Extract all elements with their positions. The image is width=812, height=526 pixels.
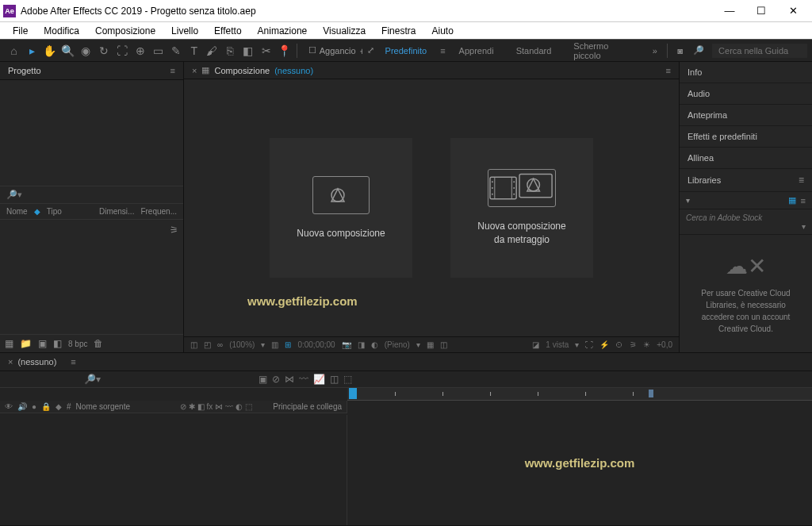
res-dd-icon[interactable]: ▾ — [416, 340, 420, 349]
panel-effects[interactable]: Effetti e predefiniti — [680, 126, 812, 148]
fast-preview-icon[interactable]: ⚡ — [599, 340, 609, 349]
adjust-col-icon[interactable]: ◐ — [236, 402, 243, 411]
motion-blur-icon[interactable]: 〰 — [299, 374, 308, 385]
new-comp-from-footage-card[interactable]: Nuova composizioneda metraggio — [450, 138, 593, 278]
grid-view-icon[interactable]: ▦ — [788, 195, 796, 205]
overlay-icon[interactable]: ▦ — [427, 340, 434, 349]
project-tab[interactable]: Progetto ≡ — [0, 62, 183, 80]
shy-icon[interactable]: ⊘ — [272, 374, 280, 385]
new-composition-card[interactable]: Nuova composizione — [270, 138, 412, 278]
label-color-icon[interactable]: ◆ — [34, 207, 40, 216]
hand-tool-icon[interactable]: ✋ — [40, 41, 59, 60]
interpret-icon[interactable]: ▦ — [5, 338, 13, 349]
search-dropdown-icon[interactable]: ▾ — [802, 222, 806, 231]
timeline-track-area[interactable]: www.getfilezip.com — [347, 401, 812, 525]
pen-tool-icon[interactable]: ✎ — [167, 41, 186, 60]
comp-icon[interactable]: ▣ — [38, 338, 47, 349]
mask-icon[interactable]: ◰ — [204, 340, 211, 349]
menu-effect[interactable]: Effetto — [206, 24, 249, 38]
snapping-toggle[interactable]: ☐ Aggancio ⫞ ⤢ — [308, 45, 374, 56]
column-source-name[interactable]: Nome sorgente — [76, 402, 130, 411]
menu-composition[interactable]: Composizione — [87, 24, 163, 38]
workspace-standard[interactable]: Standard — [516, 46, 552, 56]
close-tab-icon[interactable]: × — [192, 66, 197, 75]
column-freq[interactable]: Frequen... — [140, 207, 177, 216]
alpha-icon[interactable]: ∞ — [217, 340, 223, 349]
view-dd-icon[interactable]: ▾ — [575, 340, 579, 349]
view-icon[interactable]: ◫ — [440, 340, 447, 349]
view-count[interactable]: 1 vista — [546, 340, 569, 349]
adobe-stock-search-input[interactable] — [686, 213, 806, 222]
exposure-icon[interactable]: ☀ — [643, 340, 650, 349]
panel-menu-icon[interactable]: ≡ — [666, 66, 671, 75]
minimize-button[interactable]: — — [714, 0, 745, 22]
solo-icon[interactable]: ● — [32, 402, 36, 411]
bpc-label[interactable]: 8 bpc — [68, 340, 87, 348]
time-ruler[interactable]: |||||| — [347, 388, 812, 401]
clone-tool-icon[interactable]: ⎘ — [221, 41, 239, 60]
panel-audio[interactable]: Audio — [680, 83, 812, 105]
adjust-icon[interactable]: ◧ — [53, 338, 62, 349]
3d-col-icon[interactable]: ⬚ — [245, 402, 252, 411]
workspace-dropdown-icon[interactable]: ≡ — [440, 46, 445, 56]
menu-edit[interactable]: Modifica — [36, 24, 87, 38]
zoom-tool-icon[interactable]: 🔍 — [59, 41, 77, 60]
rotate-tool-icon[interactable]: ↻ — [95, 41, 113, 60]
list-view-icon[interactable]: ≡ — [801, 196, 806, 205]
camera-tool-icon[interactable]: ⛶ — [113, 41, 131, 60]
roto-tool-icon[interactable]: ✂ — [257, 41, 275, 60]
shape-tool-icon[interactable]: ▭ — [149, 41, 167, 60]
camera-view-icon[interactable]: ◪ — [532, 340, 539, 349]
timeline-icon[interactable]: ⏲ — [615, 340, 623, 349]
3d-icon[interactable]: ⬚ — [343, 374, 352, 385]
shy-col-icon[interactable]: ⊘ — [180, 402, 186, 411]
timeline-layer-list[interactable] — [0, 415, 347, 525]
timecode-value[interactable]: 0:00;00;00 — [297, 340, 335, 349]
collapse-icon[interactable]: ✱ — [189, 402, 195, 411]
comp-name-link[interactable]: (nessuno) — [274, 66, 313, 75]
quality-icon[interactable]: ◧ — [197, 402, 205, 411]
menu-window[interactable]: Finestra — [373, 24, 423, 38]
mblur-col-icon[interactable]: 〰 — [225, 402, 233, 411]
exposure-value[interactable]: +0,0 — [657, 340, 672, 349]
orbit-tool-icon[interactable]: ◉ — [77, 41, 95, 60]
workspace-learn[interactable]: Apprendi — [459, 46, 494, 56]
help-search-input[interactable] — [712, 44, 807, 58]
flowchart-icon[interactable]: ⚞ — [630, 340, 637, 349]
puppet-tool-icon[interactable]: 📍 — [275, 41, 293, 60]
brush-tool-icon[interactable]: 🖌 — [203, 41, 221, 60]
workspace-small[interactable]: Schermo piccolo — [573, 41, 634, 60]
eye-icon[interactable]: 👁 — [5, 402, 13, 411]
comp-mini-icon[interactable]: ▣ — [259, 374, 267, 385]
folder-icon[interactable]: 📁 — [20, 338, 32, 349]
work-area-end-icon[interactable] — [649, 390, 653, 397]
text-tool-icon[interactable]: T — [185, 41, 203, 60]
column-type[interactable]: Tipo — [47, 207, 62, 216]
workspace-default[interactable]: Predefinito — [385, 46, 427, 56]
selection-tool-icon[interactable]: ▸ — [23, 41, 41, 60]
checker-icon[interactable]: ▥ — [271, 340, 278, 349]
panel-menu-icon[interactable]: ≡ — [71, 357, 75, 367]
timeline-tab[interactable]: × (nessuno) ≡ — [0, 353, 812, 371]
show-channel-icon[interactable]: ◨ — [358, 340, 365, 349]
magnify-icon[interactable]: ◫ — [190, 340, 197, 349]
column-parent[interactable]: Principale e collega — [273, 402, 342, 411]
lock-icon[interactable]: 🔒 — [41, 402, 51, 411]
workspace-overflow-icon[interactable]: » — [647, 46, 662, 56]
snapshot-icon[interactable]: 📷 — [342, 340, 351, 349]
menu-help[interactable]: Aiuto — [423, 24, 461, 38]
zoom-value[interactable]: (100%) — [229, 340, 255, 349]
panel-menu-icon[interactable]: ≡ — [170, 66, 175, 75]
label-icon[interactable]: ◆ — [56, 402, 62, 411]
eraser-tool-icon[interactable]: ◧ — [239, 41, 258, 60]
panel-libraries[interactable]: Libraries≡ — [680, 169, 812, 192]
panel-menu-icon[interactable]: ≡ — [799, 175, 804, 186]
library-dropdown[interactable]: ▾ — [686, 196, 783, 205]
panel-info[interactable]: Info — [680, 62, 812, 83]
region-icon[interactable]: ◐ — [371, 340, 378, 349]
maximize-button[interactable]: ☐ — [745, 0, 777, 22]
grid-overlay-icon[interactable]: ⊞ — [285, 340, 291, 349]
project-list-area[interactable]: ⚞ — [0, 220, 183, 335]
snapshot-icon[interactable]: ◙ — [672, 46, 688, 56]
trash-icon[interactable]: 🗑 — [94, 338, 103, 349]
